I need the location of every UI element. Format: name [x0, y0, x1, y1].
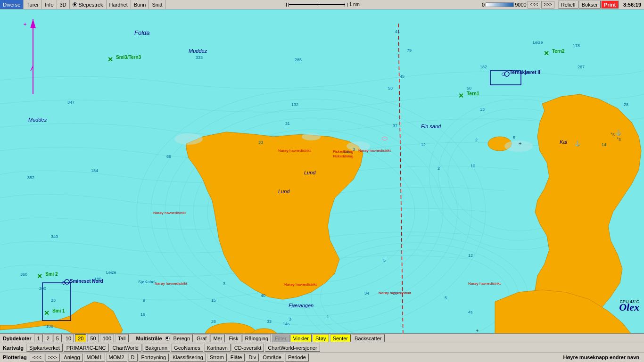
wp-ternskjaeret-label: Ternskjæret II — [510, 70, 540, 75]
svg-point-23 — [302, 133, 321, 140]
svg-point-21 — [347, 141, 370, 151]
status-text: Høyre museknapp endrer navn — [560, 354, 643, 360]
multistrale-radio[interactable] — [165, 336, 170, 341]
wp-smi2-x: ✕ Smi 2 — [37, 272, 42, 280]
plotterlag-row: Plotterlag <<< >>> Anlegg MOM1 MOM2 D Fo… — [0, 353, 644, 362]
vinkler-btn[interactable]: Vinkler — [290, 334, 312, 342]
backscatter-btn[interactable]: Backscatter — [352, 334, 384, 342]
wp-tern2-label: Tern2 — [552, 49, 565, 54]
menu-hardhet[interactable]: Hardhet — [107, 0, 131, 9]
menu-snitt[interactable]: Snitt — [149, 0, 165, 9]
menu-bunn[interactable]: Bunn — [131, 0, 149, 9]
wp-smineset: ○ Smineset Nord — [61, 279, 66, 287]
primar-btn[interactable]: PRIMAR/IC-ENC — [64, 344, 109, 352]
menu-turer[interactable]: Turer — [24, 0, 42, 9]
kartvalg-row: Kartvalg Sjøkartverket PRIMAR/IC-ENC Cha… — [0, 343, 644, 353]
dybdekoter-label: Dybdekoter — [1, 336, 33, 341]
plus3: + — [476, 328, 479, 333]
beregn-btn[interactable]: Beregn — [171, 334, 193, 342]
relieff-button[interactable]: Relieff — [558, 0, 578, 8]
d-btn[interactable]: D — [128, 354, 138, 362]
depth-btn-20[interactable]: 20 — [75, 334, 86, 342]
mom1-btn[interactable]: MOM1 — [84, 354, 105, 362]
wp-tern1-x: ✕ Tern1 — [458, 92, 464, 99]
ralogging-btn[interactable]: Rålogging — [242, 334, 272, 342]
wp-smi2-label: Smi 2 — [45, 272, 58, 277]
anlegg-btn[interactable]: Anlegg — [61, 354, 83, 362]
clock-display: 8:56:19 — [620, 1, 644, 8]
svg-point-20 — [174, 133, 203, 145]
depth-btn-100[interactable]: 100 — [100, 334, 114, 342]
scale-label: 1 nm — [349, 2, 360, 7]
nav-left[interactable]: <<< — [528, 1, 541, 8]
olex-logo: Olex — [619, 301, 639, 313]
depth-btn-1[interactable]: 1 — [34, 334, 43, 342]
multistrale-label: Multistråle — [134, 336, 164, 341]
menu-diverse[interactable]: Diverse — [0, 0, 24, 9]
plus4: + — [519, 140, 521, 146]
right-buttons: Relieff Bokser Print — [556, 0, 620, 8]
plotterlag-nav-right[interactable]: >>> — [45, 354, 60, 362]
anchor-symbol1: ⚓ — [615, 130, 622, 136]
print-button[interactable]: Print — [601, 0, 619, 8]
sjokartverket-btn[interactable]: Sjøkartverket — [26, 344, 63, 352]
klassifisering-btn[interactable]: Klassifisering — [170, 354, 206, 362]
map-container[interactable]: + Folda Muddez Muddez Lund Lund Fjærange… — [0, 9, 644, 339]
filter-btn[interactable]: Filter — [272, 334, 289, 342]
periode-btn[interactable]: Periode — [285, 354, 309, 362]
menu-3d[interactable]: 3D — [57, 0, 70, 9]
strom-btn[interactable]: Strøm — [207, 354, 227, 362]
anchor-symbol2: ⚓ — [574, 140, 581, 147]
scale-bar: 1 nm — [165, 0, 480, 9]
depth-controls: 0 9000 <<< >>> — [480, 1, 556, 8]
depth-min: 0 — [482, 2, 485, 8]
chartworld-versions-btn[interactable]: ChartWorld-versjoner — [265, 344, 320, 352]
dybdekoter-row: Dybdekoter 1 2 5 10 20 50 100 Tall Multi… — [0, 334, 644, 343]
cd-oversikt-btn[interactable]: CD-oversikt — [231, 344, 264, 352]
wp-smineset-label: Smineset Nord — [70, 279, 103, 284]
map-svg: + — [0, 9, 644, 339]
wp-smi3-x: ✕ Smi3/Tern3 — [107, 56, 113, 63]
top-menu-bar: Diverse Turer Info 3D Slepestrek Hardhet… — [0, 0, 644, 9]
wp-smi1-x: ✕ Smi 1 — [44, 309, 50, 317]
wp-smi3-label: Smi3/Tern3 — [116, 55, 141, 60]
menu-info[interactable]: Info — [42, 0, 57, 9]
depth-btn-50[interactable]: 50 — [87, 334, 99, 342]
div-btn[interactable]: Div — [246, 354, 259, 362]
depth-btn-2[interactable]: 2 — [44, 334, 52, 342]
pink-circle — [382, 137, 388, 140]
wp-tern2-x: ✕ Tern2 — [544, 49, 549, 57]
depth-btn-5[interactable]: 5 — [53, 334, 62, 342]
bokser-button[interactable]: Bokser — [579, 0, 601, 8]
depth-bar — [486, 2, 514, 7]
mom2-btn[interactable]: MOM2 — [106, 354, 127, 362]
bakgrunn-btn[interactable]: Bakgrunn — [142, 344, 170, 352]
plotterlag-label: Plotterlag — [1, 354, 29, 360]
star1: *s — [611, 132, 615, 137]
graf-btn[interactable]: Graf — [194, 334, 209, 342]
kartvalg-label: Kartvalg — [1, 345, 25, 351]
senter-btn[interactable]: Senter — [330, 334, 351, 342]
wp-smi1-label: Smi 1 — [52, 308, 65, 313]
svg-text:+: + — [24, 21, 26, 27]
star2: *s — [617, 137, 621, 142]
kartnavn-btn[interactable]: Kartnavn — [204, 344, 231, 352]
bottom-panel: Dybdekoter 1 2 5 10 20 50 100 Tall Multi… — [0, 333, 644, 362]
stoy-btn[interactable]: Støy — [313, 334, 329, 342]
menu-slepestrek[interactable]: Slepestrek — [70, 0, 107, 9]
geonames-btn[interactable]: GeoNames — [171, 344, 203, 352]
plotterlag-nav-left[interactable]: <<< — [30, 354, 44, 362]
nav-right[interactable]: >>> — [541, 1, 554, 8]
omrade-btn[interactable]: Område — [260, 354, 284, 362]
fisk-btn[interactable]: Fisk — [226, 334, 241, 342]
wp-tern1-label: Tern1 — [467, 91, 479, 96]
depth-btn-10[interactable]: 10 — [63, 334, 74, 342]
mer-btn[interactable]: Mer — [210, 334, 225, 342]
depth-max: 9000 — [515, 2, 526, 8]
depth-btn-tall[interactable]: Tall — [115, 334, 129, 342]
wp-ternskjaeret: ○ Ternskjæret II — [501, 70, 506, 78]
chartworld-btn[interactable]: ChartWorld — [110, 344, 141, 352]
flate-btn[interactable]: Flåte — [228, 354, 245, 362]
fortoeyning-btn[interactable]: Fortøyning — [139, 354, 169, 362]
